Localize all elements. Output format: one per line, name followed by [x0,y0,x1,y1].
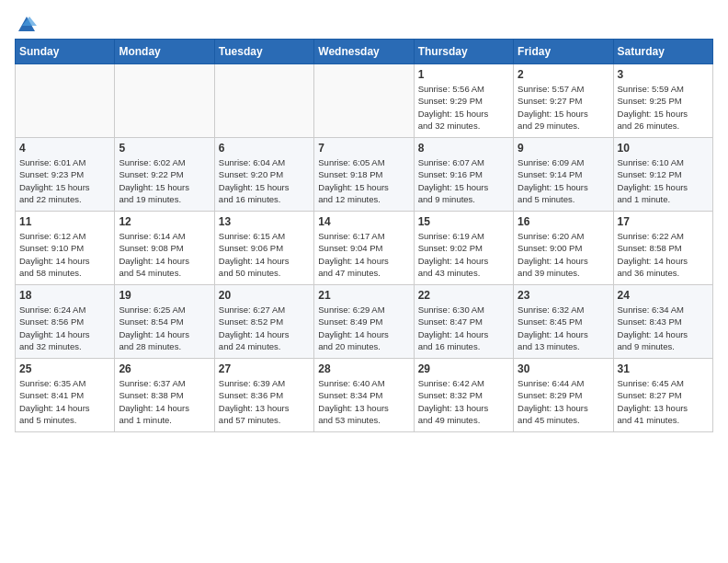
day-info: Sunrise: 6:34 AM Sunset: 8:43 PM Dayligh… [618,304,709,352]
day-info: Sunrise: 6:39 AM Sunset: 8:36 PM Dayligh… [219,377,310,426]
calendar-cell [314,64,414,138]
calendar-cell: 31Sunrise: 6:45 AM Sunset: 8:27 PM Dayli… [613,359,712,432]
calendar-cell: 20Sunrise: 6:27 AM Sunset: 8:52 PM Dayli… [214,285,313,359]
calendar-cell: 1Sunrise: 5:56 AM Sunset: 9:29 PM Daylig… [414,64,513,138]
day-info: Sunrise: 5:57 AM Sunset: 9:27 PM Dayligh… [518,83,609,132]
calendar-cell: 24Sunrise: 6:34 AM Sunset: 8:43 PM Dayli… [613,285,712,359]
calendar-cell: 3Sunrise: 5:59 AM Sunset: 9:25 PM Daylig… [613,64,712,138]
calendar-cell: 26Sunrise: 6:37 AM Sunset: 8:38 PM Dayli… [115,359,214,432]
day-number: 30 [518,362,609,375]
day-number: 7 [318,142,409,155]
day-info: Sunrise: 5:56 AM Sunset: 9:29 PM Dayligh… [418,83,509,132]
calendar-cell: 18Sunrise: 6:24 AM Sunset: 8:56 PM Dayli… [16,285,115,359]
day-number: 16 [518,215,609,228]
col-header-sunday: Sunday [16,40,115,64]
day-info: Sunrise: 6:19 AM Sunset: 9:02 PM Dayligh… [418,230,509,279]
day-number: 8 [418,142,509,155]
day-number: 29 [418,362,509,375]
calendar-cell: 12Sunrise: 6:14 AM Sunset: 9:08 PM Dayli… [115,212,214,285]
day-info: Sunrise: 6:20 AM Sunset: 9:00 PM Dayligh… [518,230,609,279]
day-info: Sunrise: 6:45 AM Sunset: 8:27 PM Dayligh… [618,377,709,426]
day-number: 17 [618,215,709,228]
calendar-cell: 22Sunrise: 6:30 AM Sunset: 8:47 PM Dayli… [414,285,513,359]
day-number: 27 [219,362,310,375]
calendar-week-2: 4Sunrise: 6:01 AM Sunset: 9:23 PM Daylig… [16,138,713,212]
day-info: Sunrise: 6:40 AM Sunset: 8:34 PM Dayligh… [318,377,409,426]
calendar-table: SundayMondayTuesdayWednesdayThursdayFrid… [15,39,713,432]
header [15,15,713,31]
day-info: Sunrise: 6:10 AM Sunset: 9:12 PM Dayligh… [618,156,709,205]
calendar-cell: 11Sunrise: 6:12 AM Sunset: 9:10 PM Dayli… [16,212,115,285]
day-info: Sunrise: 6:15 AM Sunset: 9:06 PM Dayligh… [219,230,310,279]
day-info: Sunrise: 6:27 AM Sunset: 8:52 PM Dayligh… [219,304,310,352]
calendar-cell: 8Sunrise: 6:07 AM Sunset: 9:16 PM Daylig… [414,138,513,212]
calendar-cell [16,64,115,138]
calendar-cell: 29Sunrise: 6:42 AM Sunset: 8:32 PM Dayli… [414,359,513,432]
day-number: 15 [418,215,509,228]
day-number: 22 [418,289,509,302]
day-number: 3 [618,68,709,81]
day-number: 5 [119,142,210,155]
logo-icon [17,15,37,35]
calendar-cell: 23Sunrise: 6:32 AM Sunset: 8:45 PM Dayli… [514,285,613,359]
day-info: Sunrise: 6:35 AM Sunset: 8:41 PM Dayligh… [19,377,110,426]
col-header-saturday: Saturday [613,40,712,64]
day-info: Sunrise: 6:44 AM Sunset: 8:29 PM Dayligh… [518,377,609,426]
day-number: 18 [19,289,110,302]
day-number: 2 [518,68,609,81]
calendar-cell: 4Sunrise: 6:01 AM Sunset: 9:23 PM Daylig… [16,138,115,212]
day-info: Sunrise: 6:12 AM Sunset: 9:10 PM Dayligh… [19,230,110,279]
calendar-week-4: 18Sunrise: 6:24 AM Sunset: 8:56 PM Dayli… [16,285,713,359]
col-header-monday: Monday [115,40,214,64]
day-info: Sunrise: 6:42 AM Sunset: 8:32 PM Dayligh… [418,377,509,426]
day-number: 21 [318,289,409,302]
calendar-cell: 9Sunrise: 6:09 AM Sunset: 9:14 PM Daylig… [514,138,613,212]
calendar-cell [214,64,313,138]
col-header-thursday: Thursday [414,40,513,64]
calendar-cell: 6Sunrise: 6:04 AM Sunset: 9:20 PM Daylig… [214,138,313,212]
day-info: Sunrise: 6:22 AM Sunset: 8:58 PM Dayligh… [618,230,709,279]
day-number: 23 [518,289,609,302]
calendar-week-3: 11Sunrise: 6:12 AM Sunset: 9:10 PM Dayli… [16,212,713,285]
calendar-cell: 19Sunrise: 6:25 AM Sunset: 8:54 PM Dayli… [115,285,214,359]
day-info: Sunrise: 6:01 AM Sunset: 9:23 PM Dayligh… [19,156,110,205]
day-info: Sunrise: 6:05 AM Sunset: 9:18 PM Dayligh… [318,156,409,205]
day-number: 6 [219,142,310,155]
calendar-cell: 17Sunrise: 6:22 AM Sunset: 8:58 PM Dayli… [613,212,712,285]
day-number: 24 [618,289,709,302]
day-info: Sunrise: 6:04 AM Sunset: 9:20 PM Dayligh… [219,156,310,205]
day-info: Sunrise: 6:24 AM Sunset: 8:56 PM Dayligh… [19,304,110,352]
day-info: Sunrise: 6:37 AM Sunset: 8:38 PM Dayligh… [119,377,210,426]
day-number: 12 [119,215,210,228]
col-header-wednesday: Wednesday [314,40,414,64]
day-info: Sunrise: 6:29 AM Sunset: 8:49 PM Dayligh… [318,304,409,352]
day-info: Sunrise: 6:30 AM Sunset: 8:47 PM Dayligh… [418,304,509,352]
calendar-cell [115,64,214,138]
calendar-week-5: 25Sunrise: 6:35 AM Sunset: 8:41 PM Dayli… [16,359,713,432]
calendar-week-1: 1Sunrise: 5:56 AM Sunset: 9:29 PM Daylig… [16,64,713,138]
day-number: 9 [518,142,609,155]
day-info: Sunrise: 6:14 AM Sunset: 9:08 PM Dayligh… [119,230,210,279]
day-number: 31 [618,362,709,375]
calendar-cell: 25Sunrise: 6:35 AM Sunset: 8:41 PM Dayli… [16,359,115,432]
day-number: 26 [119,362,210,375]
calendar-cell: 7Sunrise: 6:05 AM Sunset: 9:18 PM Daylig… [314,138,414,212]
calendar-cell: 21Sunrise: 6:29 AM Sunset: 8:49 PM Dayli… [314,285,414,359]
day-number: 1 [418,68,509,81]
day-number: 19 [119,289,210,302]
day-number: 20 [219,289,310,302]
calendar-cell: 27Sunrise: 6:39 AM Sunset: 8:36 PM Dayli… [214,359,313,432]
day-info: Sunrise: 6:02 AM Sunset: 9:22 PM Dayligh… [119,156,210,205]
calendar-cell: 13Sunrise: 6:15 AM Sunset: 9:06 PM Dayli… [214,212,313,285]
day-number: 28 [318,362,409,375]
calendar-cell: 15Sunrise: 6:19 AM Sunset: 9:02 PM Dayli… [414,212,513,285]
day-info: Sunrise: 6:17 AM Sunset: 9:04 PM Dayligh… [318,230,409,279]
day-number: 14 [318,215,409,228]
day-info: Sunrise: 6:32 AM Sunset: 8:45 PM Dayligh… [518,304,609,352]
day-info: Sunrise: 6:07 AM Sunset: 9:16 PM Dayligh… [418,156,509,205]
day-number: 11 [19,215,110,228]
logo [15,15,37,31]
calendar-cell: 5Sunrise: 6:02 AM Sunset: 9:22 PM Daylig… [115,138,214,212]
col-header-friday: Friday [514,40,613,64]
day-number: 4 [19,142,110,155]
